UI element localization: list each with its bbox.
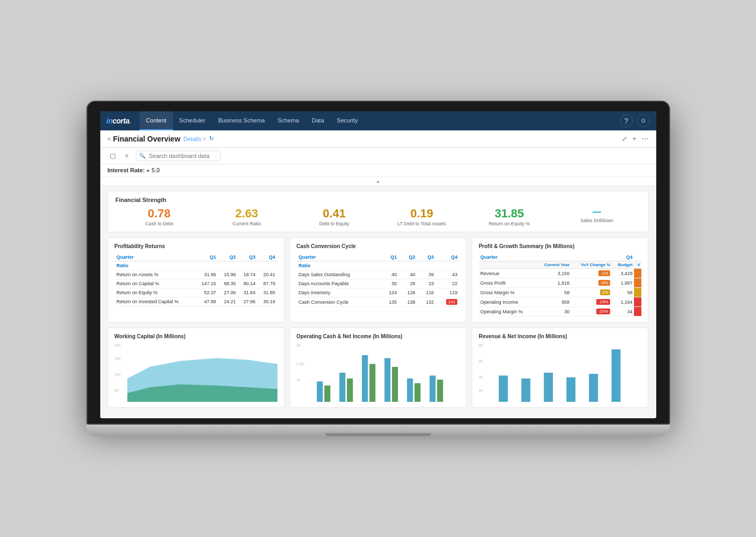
- cash-conversion-title: Cash Conversion Cycle: [297, 243, 459, 249]
- pg-gm-v: [634, 288, 641, 297]
- kpi-roe-label: Return on Equity %: [466, 221, 553, 226]
- pg-gp-label: Gross Profit: [479, 278, 535, 288]
- rn-y-6k: 6K: [479, 359, 483, 363]
- cash-conversion-panel: Cash Conversion Cycle Quarter Q1 Q2 Q3 Q…: [290, 237, 466, 322]
- pg-col-q4: Q4: [535, 253, 634, 261]
- prof-roe-q1: 52.37: [195, 288, 218, 297]
- collapse-bar[interactable]: ▴: [100, 177, 656, 186]
- pg-gm-budget: 58: [612, 288, 634, 297]
- pg-om-current: 30: [535, 307, 571, 316]
- share-button[interactable]: ⤢: [622, 135, 627, 143]
- cc-dap-q1: 30: [380, 279, 399, 288]
- page-title: Financial Overview: [113, 135, 180, 143]
- revenue-net-title: Revenue & Net Income (In Millions): [479, 333, 641, 339]
- cc-dso-q4: 43: [436, 270, 459, 279]
- table-row: Days Sales Outstanding 40 40 39 43: [297, 270, 459, 279]
- table-row: Days Accounts Payable 30 28 23 22: [297, 279, 459, 288]
- cc-ccc-q4: 141: [436, 297, 459, 307]
- prof-roa-q3: 18.74: [238, 270, 257, 279]
- operating-cash-panel: Operating Cash & Net Income (In Millions…: [290, 328, 466, 408]
- laptop-wrapper: incorta. Content Scheduler Business Sche…: [86, 101, 670, 436]
- filter-arrow[interactable]: ▸: [147, 167, 150, 174]
- save-icon-btn[interactable]: ▢: [108, 151, 118, 161]
- oc-y-1k: 1K: [297, 378, 301, 382]
- kpi-lt-debt-label: LT Debt to Total Assets: [378, 221, 466, 226]
- pg-revenue-label: Revenue: [479, 269, 535, 278]
- app-logo: incorta.: [107, 117, 132, 125]
- financial-strength-title: Financial Strength: [116, 197, 641, 203]
- table-row: Return on Invested Capital % 47.88 24.21…: [115, 297, 277, 306]
- nav-tab-schema[interactable]: Schema: [271, 111, 305, 130]
- cc-dso-q3: 39: [418, 270, 436, 279]
- nav-tab-security[interactable]: Security: [331, 111, 364, 130]
- rn-y-4k: 4K: [479, 375, 483, 379]
- breadcrumb-actions: ⤢ + ⋯: [622, 135, 649, 143]
- pg-col-v-header: V: [634, 261, 641, 269]
- kpi-debt-equity-value: 0.41: [291, 207, 378, 220]
- profit-growth-title: Profit & Growth Summary (In Millions): [479, 243, 641, 249]
- prof-roic-q3: 27.96: [238, 297, 257, 306]
- pg-gp-yoy: -9%: [571, 278, 612, 288]
- kpi-cash-to-debt-value: 0.78: [116, 207, 203, 220]
- svg-rect-19: [612, 349, 621, 402]
- filter-label: Interest Rate:: [108, 167, 145, 173]
- svg-rect-17: [567, 377, 576, 402]
- nav-tab-data[interactable]: Data: [306, 111, 331, 130]
- kpi-roe-value: 31.85: [466, 207, 553, 220]
- back-button[interactable]: <: [108, 136, 111, 142]
- cc-dap-q3: 23: [418, 279, 436, 288]
- prof-col-q1: Q1: [195, 253, 218, 261]
- cash-conversion-table: Quarter Q1 Q2 Q3 Q4 Ratio: [297, 253, 459, 307]
- pg-revenue-current: 3,150: [535, 269, 571, 278]
- nav-tabs: Content Scheduler Business Schema Schema…: [140, 111, 620, 130]
- svg-rect-3: [324, 385, 330, 402]
- pg-empty-header: [479, 261, 535, 269]
- breadcrumb-bar: < Financial Overview Details > ↻ ⤢ + ⋯: [100, 130, 656, 148]
- prof-roc-q1: 147.15: [195, 279, 218, 288]
- prof-roe-label: Return on Equity %: [115, 288, 195, 297]
- cc-col-q2: Q2: [399, 253, 418, 261]
- table-row: Revenue 3,150 -1% 3,429: [479, 269, 641, 278]
- prof-roc-label: Return on Capital %: [115, 279, 195, 288]
- filter-bar: Interest Rate: ▸ 5.0: [100, 164, 656, 177]
- pg-oi-budget: 1,164: [612, 297, 634, 307]
- filter-value: 5.0: [152, 167, 160, 173]
- prof-roc-q2: 68.35: [218, 279, 238, 288]
- prof-roa-q1: 31.86: [195, 270, 218, 279]
- svg-rect-8: [384, 358, 390, 402]
- svg-rect-14: [499, 376, 508, 402]
- kpi-lt-debt-value: 0.19: [378, 207, 466, 220]
- rn-y-8k: 8K: [479, 344, 483, 347]
- cc-dso-label: Days Sales Outstanding: [297, 270, 380, 279]
- filter-icon-btn[interactable]: ▿: [123, 151, 131, 161]
- add-button[interactable]: +: [632, 135, 637, 143]
- revenue-net-panel: Revenue & Net Income (In Millions) 8K 6K…: [472, 328, 648, 408]
- pg-gp-v: [634, 278, 641, 288]
- gm-yoy-tag: 2%: [600, 289, 611, 295]
- prof-col-q4: Q4: [258, 253, 277, 261]
- cc-col-q4: Q4: [436, 253, 459, 261]
- refresh-icon[interactable]: ↻: [209, 135, 214, 142]
- laptop-screen: incorta. Content Scheduler Business Sche…: [100, 111, 656, 418]
- prof-roic-q2: 24.21: [218, 297, 238, 306]
- kpi-cash-to-debt-label: Cash to Debt: [116, 221, 203, 226]
- user-icon-btn[interactable]: ⊙: [637, 115, 650, 127]
- details-link[interactable]: Details: [184, 136, 202, 142]
- nav-tab-business-schema[interactable]: Business Schema: [212, 111, 271, 130]
- cc-di-label: Days Inventory: [297, 288, 380, 297]
- prof-roe-q2: 27.06: [218, 288, 238, 297]
- table-row: Return on Assets % 31.86 15.96 18.74 20.…: [115, 270, 277, 279]
- prof-col-q3: Q3: [238, 253, 257, 261]
- working-capital-panel: Working Capital (In Millions) 20K 15K 10…: [108, 328, 284, 408]
- kpi-sales-drilldown[interactable]: — Sales Drilldown: [553, 207, 641, 223]
- kpi-current-ratio: 2.63 Current Ratio: [203, 207, 291, 226]
- pg-col-budget: Budget: [612, 261, 634, 269]
- prof-roc-q3: 80.14: [238, 279, 257, 288]
- help-icon-btn[interactable]: ?: [620, 115, 633, 127]
- nav-tab-content[interactable]: Content: [140, 111, 173, 130]
- cc-di-q1: 124: [380, 288, 399, 297]
- pg-gm-current: 58: [535, 288, 571, 297]
- search-input[interactable]: [136, 151, 221, 161]
- more-button[interactable]: ⋯: [642, 135, 649, 143]
- nav-tab-scheduler[interactable]: Scheduler: [173, 111, 212, 130]
